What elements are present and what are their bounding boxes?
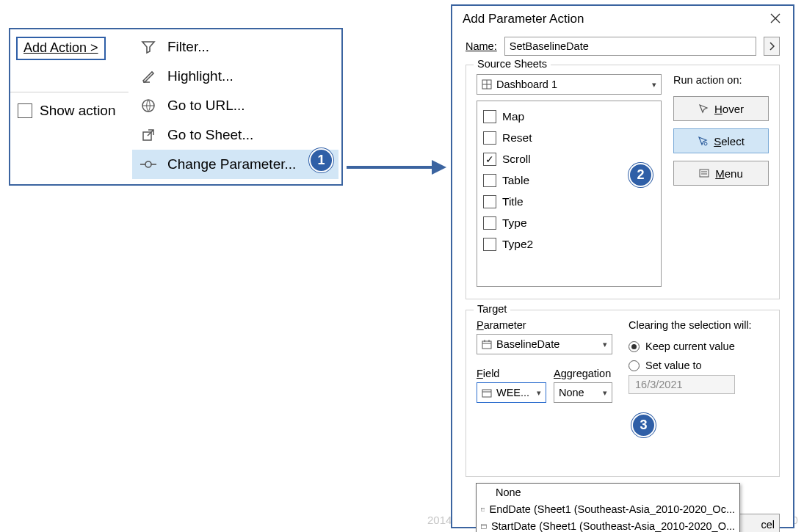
- svg-point-9: [704, 142, 707, 145]
- divider: [10, 92, 128, 92]
- external-sheet-icon: [140, 126, 157, 144]
- field-dropdown: None EndDate (Sheet1 (Southeast-Asia_201…: [476, 483, 740, 532]
- menu-icon: [699, 168, 709, 178]
- run-menu-button[interactable]: Menu: [673, 161, 769, 186]
- flow-arrow: [345, 158, 448, 177]
- name-input[interactable]: [504, 37, 756, 56]
- action-type-menu: Filter... Highlight... Go to URL... Go t…: [132, 32, 338, 181]
- calendar-icon: [482, 339, 492, 349]
- parameter-icon: [140, 156, 157, 173]
- svg-rect-10: [700, 170, 709, 177]
- cursor-icon: [698, 103, 709, 114]
- source-sheets-section: Source Sheets Dashboard 1 ▾ Map Reset ✓S…: [466, 65, 780, 299]
- sheet-item-map[interactable]: Map: [483, 106, 655, 127]
- sheet-item-scroll[interactable]: ✓Scroll: [483, 148, 655, 170]
- show-actions-checkbox[interactable]: Show action: [18, 103, 116, 119]
- dashboard-icon: [482, 79, 492, 90]
- run-hover-button[interactable]: Hover: [673, 96, 769, 121]
- name-label: Name:: [466, 40, 497, 52]
- chevron-down-icon: ▾: [603, 388, 607, 398]
- dialog-title: Add Parameter Action: [463, 12, 584, 26]
- calendar-week-icon: [482, 387, 492, 398]
- radio-icon: [629, 341, 640, 352]
- globe-icon: [140, 97, 157, 114]
- sheet-item-title[interactable]: Title: [483, 191, 655, 212]
- dialog-titlebar: Add Parameter Action: [452, 6, 793, 34]
- menu-item-label: Go to URL...: [167, 98, 245, 114]
- show-actions-label: Show action: [40, 103, 116, 119]
- add-action-panel: Add Action > Show action Filter... Highl…: [9, 28, 343, 186]
- add-action-button[interactable]: Add Action >: [16, 37, 106, 60]
- svg-rect-17: [482, 390, 491, 397]
- svg-point-3: [145, 161, 151, 167]
- menu-item-label: Go to Sheet...: [167, 127, 253, 143]
- field-label: Field: [477, 368, 546, 379]
- menu-item-go-to-url[interactable]: Go to URL...: [132, 91, 338, 120]
- target-section: Target Parameter BaselineDate ▾ Field: [466, 310, 780, 477]
- field-dropdown-item-enddate[interactable]: EndDate (Sheet1 (Southeast-Asia_2010-202…: [477, 500, 739, 517]
- annotation-badge-2: 2: [629, 163, 653, 187]
- svg-rect-19: [481, 508, 485, 511]
- sheet-item-type[interactable]: Type: [483, 212, 655, 233]
- checkbox-icon: [18, 103, 32, 118]
- menu-item-change-parameter[interactable]: Change Parameter...: [132, 150, 338, 179]
- menu-item-filter[interactable]: Filter...: [132, 32, 338, 62]
- clearing-label: Clearing the selection will:: [629, 319, 769, 331]
- menu-item-label: Highlight...: [167, 68, 233, 84]
- aggregation-label: Aggregation: [554, 368, 612, 379]
- parameter-label: Parameter: [477, 319, 612, 331]
- run-select-button[interactable]: Select: [673, 128, 769, 153]
- radio-icon: [629, 360, 640, 371]
- chevron-down-icon: ▾: [652, 80, 656, 90]
- svg-rect-13: [482, 341, 491, 349]
- source-sheets-label: Source Sheets: [474, 58, 551, 70]
- highlight-icon: [140, 68, 157, 85]
- dashboard-combo-value: Dashboard 1: [496, 79, 557, 90]
- svg-rect-21: [482, 524, 487, 528]
- clearing-keep-radio[interactable]: Keep current value: [629, 337, 769, 356]
- filter-icon: [140, 38, 157, 56]
- chevron-down-icon: ▾: [603, 340, 607, 349]
- clearing-set-radio[interactable]: Set value to: [629, 356, 769, 375]
- field-value: WEE...: [496, 387, 529, 398]
- chevron-down-icon: ▾: [537, 388, 541, 398]
- parameter-value: BaselineDate: [496, 338, 559, 350]
- sheet-list: Map Reset ✓Scroll Table Title Type Type2: [477, 101, 662, 287]
- sheet-item-type2[interactable]: Type2: [483, 233, 655, 255]
- add-parameter-action-dialog: Add Parameter Action Name: Source Sheets…: [451, 4, 794, 528]
- calendar-icon: [481, 504, 485, 514]
- parameter-combo[interactable]: BaselineDate ▾: [477, 334, 612, 354]
- menu-item-label: Filter...: [167, 39, 209, 55]
- sheet-item-reset[interactable]: Reset: [483, 127, 655, 148]
- name-row: Name:: [466, 37, 780, 56]
- name-picker-button[interactable]: [764, 37, 780, 56]
- svg-marker-5: [432, 160, 446, 175]
- field-combo[interactable]: WEE... ▾: [477, 382, 546, 403]
- close-icon[interactable]: [769, 12, 783, 26]
- menu-item-label: Change Parameter...: [167, 156, 296, 172]
- aggregation-value: None: [559, 387, 584, 398]
- field-dropdown-item-startdate[interactable]: StartDate (Sheet1 (Southeast-Asia_2010-2…: [477, 517, 739, 532]
- chevron-right-icon: [769, 42, 775, 51]
- menu-item-go-to-sheet[interactable]: Go to Sheet...: [132, 120, 338, 150]
- dashboard-combo[interactable]: Dashboard 1 ▾: [477, 74, 662, 95]
- add-action-label: Add Action >: [23, 40, 98, 55]
- run-action-column: Run action on: Hover Select Menu: [673, 74, 769, 287]
- field-dropdown-item-none[interactable]: None: [477, 484, 739, 500]
- aggregation-combo[interactable]: None ▾: [554, 382, 612, 403]
- menu-item-highlight[interactable]: Highlight...: [132, 62, 338, 91]
- calendar-icon: [481, 521, 487, 531]
- target-label: Target: [474, 303, 510, 315]
- annotation-badge-3: 3: [631, 413, 656, 437]
- set-value-input[interactable]: 16/3/2021: [629, 375, 735, 394]
- run-action-label: Run action on:: [673, 74, 769, 86]
- annotation-badge-1: 1: [309, 148, 333, 172]
- select-cursor-icon: [698, 136, 708, 146]
